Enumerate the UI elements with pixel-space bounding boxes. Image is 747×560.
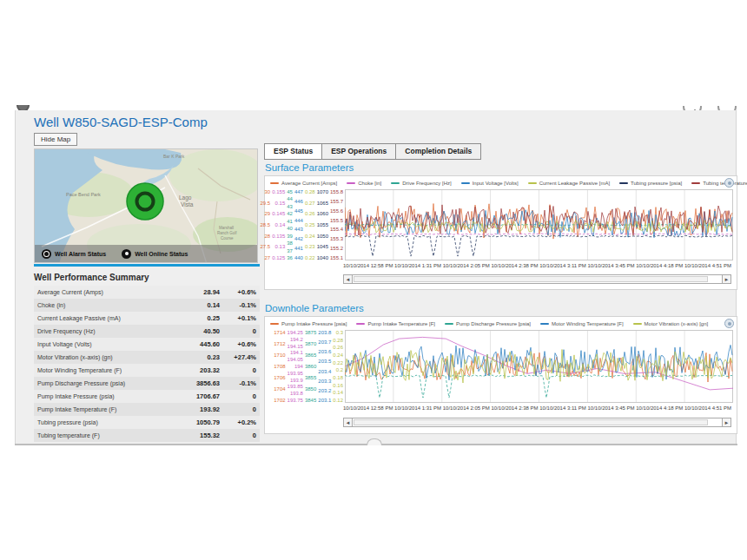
summary-row-value: 0.25	[175, 314, 220, 322]
map-label-bar-k-park: Bar K Park	[163, 154, 185, 159]
chart-options-icon[interactable]	[724, 319, 734, 328]
summary-title: Well Performance Summary	[34, 273, 149, 282]
scrollbar-track[interactable]	[353, 418, 722, 427]
summary-row-delta: -0.1%	[220, 301, 256, 309]
tab[interactable]: Completion Details	[395, 143, 481, 160]
downhole-x-axis: 10/10/2014 12:58 PM10/10/2014 1:31 PM10/…	[343, 405, 731, 411]
legend-swatch	[356, 323, 365, 325]
tab[interactable]: ESP Operations	[321, 143, 396, 160]
radio-label: Well Online Status	[135, 251, 188, 257]
surface-plot-area[interactable]	[345, 189, 733, 260]
well-marker-icon[interactable]	[127, 183, 163, 220]
summary-table-row: Input Voltage (Volts) 445.60 +0.6%	[34, 338, 260, 351]
splitter-grip-handle[interactable]	[367, 438, 382, 445]
y-axis-column: 0.30.280.260.240.220.20.180.160.140.12	[333, 330, 343, 403]
legend-swatch	[270, 182, 279, 184]
well-online-status-radio[interactable]: Well Online Status	[122, 249, 188, 259]
scrollbar-thumb[interactable]	[354, 419, 708, 425]
y-axis-column: 1070106510601055105010451040	[317, 189, 328, 260]
legend-swatch	[461, 182, 470, 184]
summary-row-delta: 0	[220, 366, 256, 374]
scroll-right-icon[interactable]: ►	[722, 418, 731, 427]
legend-item: Tubing temperature [F]	[691, 181, 747, 186]
legend-label: Drive Frequency [Hz]	[402, 181, 451, 186]
summary-row-value: 0.14	[175, 301, 220, 309]
legend-swatch	[528, 182, 537, 184]
legend-swatch	[619, 182, 628, 184]
summary-row-value: 40.50	[175, 327, 220, 335]
summary-row-value: 3856.63	[175, 379, 220, 387]
legend-label: Motor Vibration (x-axis) [gn]	[645, 321, 709, 326]
map-accent-bar	[34, 264, 260, 267]
legend-label: Choke [in]	[358, 181, 381, 186]
legend-swatch	[391, 182, 400, 184]
summary-table-row: Pump Intake Temperature (F) 193.92 0	[34, 403, 260, 416]
summary-row-label: Input Voltage (Volts)	[37, 341, 175, 347]
scrollbar-track[interactable]	[353, 274, 722, 284]
x-tick-label: 10/10/2014 12:58 PM	[343, 405, 393, 411]
map-canvas[interactable]: Bar K Park Pace Bend Park Lago Vista Mar…	[34, 148, 258, 263]
legend-item: Motor Winding Temperature [F]	[540, 321, 624, 326]
map-label-golf-1: Marshall	[219, 226, 234, 230]
downhole-plot-area[interactable]	[345, 330, 733, 403]
summary-table-row: Pump Intake Pressure (psia) 1706.67 0	[34, 390, 260, 403]
summary-table-row: Drive Frequency (Hz) 40.50 0	[34, 325, 260, 338]
summary-row-label: Pump Discharge Pressure (psia)	[37, 380, 175, 386]
legend-item: Current Leakage Passive [mA]	[528, 181, 610, 186]
x-tick-label: 10/10/2014 4:18 PM	[636, 405, 683, 411]
radio-unselected-icon	[122, 249, 131, 259]
x-tick-label: 10/10/2014 3:45 PM	[588, 263, 635, 268]
summary-table-row: Motor Vibration (x-axis) (gn) 0.23 +27.4…	[34, 351, 260, 364]
chart-options-icon[interactable]	[724, 178, 734, 188]
summary-row-delta: +0.6%	[220, 288, 256, 296]
surface-y-axes: 3029.52928.52827.5270.1550.150.1450.140.…	[267, 189, 343, 260]
y-axis-column: 3875387038653860385538503845	[305, 330, 316, 403]
scroll-right-icon[interactable]: ►	[722, 274, 731, 284]
surface-plot-row: 3029.52928.52827.5270.1550.150.1450.140.…	[267, 189, 733, 260]
summary-row-value: 1706.67	[175, 392, 220, 400]
legend-swatch	[270, 323, 279, 325]
summary-row-label: Tubing temperature (F)	[37, 432, 175, 438]
map-label-lago: Lago	[179, 194, 192, 201]
downhole-parameters-chart: Pump Intake Pressure [psia] Pump Intake …	[264, 316, 737, 434]
y-axis-column: 155.8155.7155.6155.5155.4155.3155.2155.1	[330, 189, 343, 260]
y-axis-column: 203.8203.7203.6203.5203.4203.3203.2203.1	[318, 330, 331, 403]
y-axis-column: 0.280.270.260.250.240.230.22	[305, 189, 315, 260]
hide-map-button[interactable]: Hide Map	[34, 133, 77, 146]
well-alarm-status-radio[interactable]: Well Alarm Status	[42, 249, 106, 259]
downhole-chart-legend: Pump Intake Pressure [psia] Pump Intake …	[270, 319, 721, 328]
summary-row-value: 445.60	[175, 340, 220, 348]
scrollbar-thumb[interactable]	[354, 276, 708, 282]
scroll-left-icon[interactable]: ◄	[343, 274, 353, 284]
y-axis-column: 45444342414039383736	[287, 189, 293, 260]
surface-x-axis: 10/10/2014 12:58 PM10/10/2014 1:31 PM10/…	[343, 263, 731, 268]
y-axis-column: 194.25194.2194.15194.1194.05194193.95193…	[288, 330, 303, 403]
summary-row-delta: +0.1%	[220, 314, 256, 322]
legend-item: Pump Discharge Pressure [psia]	[445, 321, 531, 326]
tab[interactable]: ESP Status	[264, 143, 322, 160]
legend-item: Choke [in]	[347, 181, 381, 186]
map-label-golf-2: Ranch Golf	[217, 231, 237, 235]
surface-parameters-title: Surface Parameters	[265, 162, 354, 173]
x-tick-label: 10/10/2014 12:58 PM	[343, 263, 393, 268]
summary-table-row: Tubing pressure (psia) 1050.79 +0.2%	[34, 416, 260, 429]
summary-table-row: Tubing temperature (F) 155.32 0	[34, 429, 260, 442]
legend-item: Pump Intake Pressure [psia]	[270, 321, 347, 326]
dashboard-panel: Well W850-SAGD-ESP-Comp Hide Map	[15, 110, 737, 445]
summary-row-label: Motor Vibration (x-axis) (gn)	[37, 354, 175, 360]
x-tick-label: 10/10/2014 1:31 PM	[394, 405, 441, 411]
summary-table-row: Motor Winding Temperature (F) 203.32 0	[34, 364, 260, 377]
scroll-left-icon[interactable]: ◄	[343, 418, 353, 427]
summary-row-value: 28.94	[175, 288, 220, 296]
map-label-pace-bend-park: Pace Bend Park	[66, 192, 101, 197]
legend-swatch	[445, 323, 453, 325]
summary-row-label: Tubing pressure (psia)	[37, 419, 175, 425]
y-axis-column: 447446445444443442441440	[294, 189, 303, 260]
summary-row-label: Current Leakage Passive (mA)	[37, 315, 175, 321]
x-tick-label: 10/10/2014 3:11 PM	[539, 263, 586, 268]
x-tick-label: 10/10/2014 2:38 PM	[492, 405, 539, 411]
legend-label: Average Current [Amps]	[281, 181, 337, 186]
summary-table-row: Current Leakage Passive (mA) 0.25 +0.1%	[34, 312, 260, 325]
legend-item: Average Current [Amps]	[270, 181, 337, 186]
legend-item: Tubing pressure [psia]	[619, 181, 682, 186]
